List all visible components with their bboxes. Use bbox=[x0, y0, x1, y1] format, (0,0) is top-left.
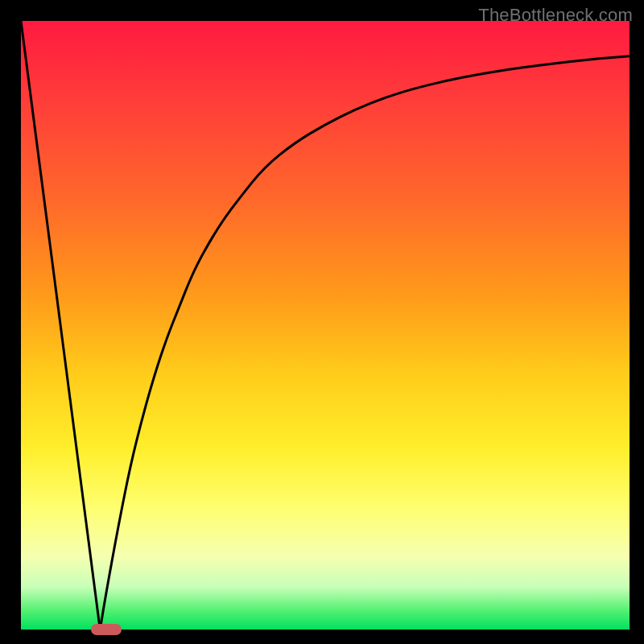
right-curve-path bbox=[100, 56, 630, 630]
plot-area bbox=[21, 21, 630, 630]
left-line-path bbox=[21, 21, 100, 630]
bottleneck-marker bbox=[91, 624, 122, 635]
chart-frame: TheBottleneck.com bbox=[0, 0, 644, 644]
curves-svg bbox=[21, 21, 630, 630]
